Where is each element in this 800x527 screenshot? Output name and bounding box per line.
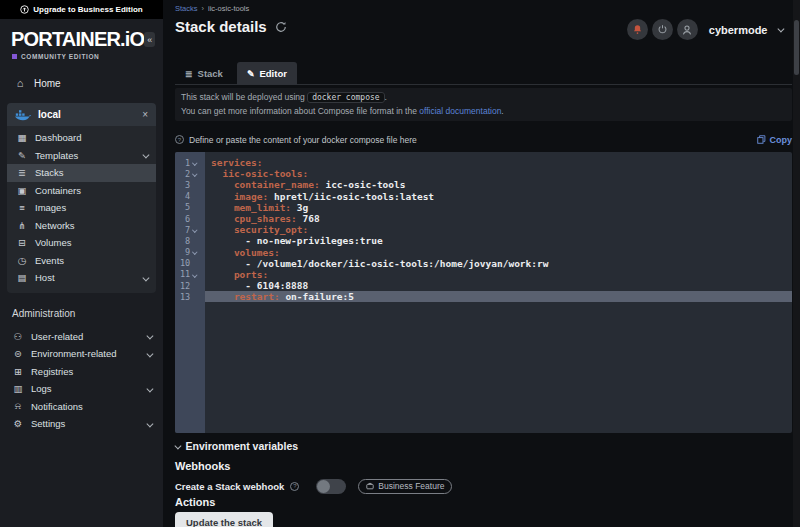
environment-variables-toggle[interactable]: Environment variables xyxy=(175,440,298,452)
sidebar-item-dashboard[interactable]: ▦Dashboard xyxy=(7,129,156,147)
sidebar-collapse-button[interactable]: « xyxy=(144,32,155,47)
sidebar-item-stacks[interactable]: ≣Stacks xyxy=(7,164,156,182)
tab-label: Stack xyxy=(198,68,223,79)
sidebar-item-networks[interactable]: ⋔Networks xyxy=(7,217,156,235)
notifications-icon: ⍾ xyxy=(12,400,24,412)
code-line-7[interactable]: 7 security_opt: xyxy=(175,224,792,235)
code-line-11[interactable]: 11 ports: xyxy=(175,269,792,280)
upgrade-banner[interactable]: Upgrade to Business Edition xyxy=(0,0,163,19)
code-line-3[interactable]: 3 container_name: icc-osic-tools xyxy=(175,179,792,190)
help-circle-icon: ? xyxy=(175,135,184,144)
administration-menu: ⚇User-related⊜Environment-related⊞Regist… xyxy=(0,328,163,433)
sidebar-item-templates[interactable]: ✎Templates xyxy=(7,147,156,165)
breadcrumb-stacks-link[interactable]: Stacks xyxy=(175,4,198,13)
webhooks-heading: Webhooks xyxy=(175,460,230,472)
sidebar-item-images[interactable]: ≡Images xyxy=(7,199,156,217)
notification-bell-button[interactable] xyxy=(627,19,648,40)
tab-stack[interactable]: ≣ Stack xyxy=(175,62,233,85)
sidebar-item-label: Environment-related xyxy=(31,348,117,359)
sidebar-item-notifications[interactable]: ⍾Notifications xyxy=(0,398,163,416)
bell-icon xyxy=(632,24,643,35)
sidebar-item-label: Home xyxy=(34,78,61,89)
fold-chevron-icon[interactable] xyxy=(192,227,197,232)
upgrade-banner-label: Upgrade to Business Edition xyxy=(33,5,142,14)
line-number: 2 xyxy=(175,169,205,179)
upload-circle-icon xyxy=(20,5,29,14)
sidebar-item-home[interactable]: ⌂ Home xyxy=(0,74,163,92)
chevron-down-icon xyxy=(146,332,152,338)
images-icon: ≡ xyxy=(16,202,28,213)
sidebar-item-label: User-related xyxy=(31,331,83,342)
sidebar-item-user-related[interactable]: ⚇User-related xyxy=(0,328,163,346)
fold-chevron-icon[interactable] xyxy=(193,272,198,277)
official-documentation-link[interactable]: official documentation xyxy=(419,106,501,116)
close-icon[interactable]: × xyxy=(142,109,148,120)
sidebar-item-logs[interactable]: ▥Logs xyxy=(0,380,163,398)
sidebar-item-settings[interactable]: ⚙Settings xyxy=(0,415,163,433)
code-line-6[interactable]: 6 cpu_shares: 768 xyxy=(175,213,792,224)
tab-editor[interactable]: ✎ Editor xyxy=(237,62,297,85)
code-line-10[interactable]: 10 - /volume1/docker/iic-osic-tools:/hom… xyxy=(175,258,792,269)
stacks-icon: ≣ xyxy=(16,167,28,178)
tab-label: Editor xyxy=(259,68,286,79)
environment-header-local[interactable]: local × xyxy=(7,103,156,126)
code-line-13[interactable]: 13 restart: on-failure:5 xyxy=(175,291,792,302)
code-line-5[interactable]: 5 mem_limit: 3g xyxy=(175,202,792,213)
user-avatar-button[interactable] xyxy=(677,19,698,40)
sidebar-item-label: Templates xyxy=(35,150,78,161)
scrollbar-thumb[interactable] xyxy=(794,20,799,75)
chevron-down-icon xyxy=(146,385,152,391)
sidebar-item-host[interactable]: ▤Host xyxy=(7,269,156,287)
toggle-knob xyxy=(317,480,330,493)
users-icon: ⚇ xyxy=(12,331,24,342)
templates-icon: ✎ xyxy=(16,150,28,161)
code-line-4[interactable]: 4 image: hpretl/iic-osic-tools:latest xyxy=(175,191,792,202)
sidebar-item-label: Dashboard xyxy=(35,132,81,143)
code-line-text: services: xyxy=(205,157,792,168)
chevron-down-icon xyxy=(146,350,152,356)
code-line-text: image: hpretl/iic-osic-tools:latest xyxy=(205,191,792,202)
refresh-icon[interactable] xyxy=(275,21,287,33)
power-icon xyxy=(657,24,668,35)
sidebar: Upgrade to Business Edition PORTAINER.iO… xyxy=(0,0,163,527)
fold-chevron-icon[interactable] xyxy=(192,250,197,255)
line-number: 11 xyxy=(175,269,205,279)
breadcrumb-current: iic-osic-tools xyxy=(208,4,249,13)
sidebar-item-containers[interactable]: ▣Containers xyxy=(7,182,156,200)
code-line-text: iic-osic-tools: xyxy=(205,168,792,179)
fold-chevron-icon[interactable] xyxy=(192,160,197,165)
copy-button[interactable]: Copy xyxy=(757,135,793,145)
tab-bar: ≣ Stack ✎ Editor xyxy=(175,62,792,85)
docker-compose-chip: docker compose xyxy=(307,92,384,103)
username-menu[interactable]: cybermode xyxy=(709,24,768,36)
webhook-toggle-label: Create a Stack webhook xyxy=(175,481,284,492)
sidebar-item-label: Stacks xyxy=(35,167,64,178)
sidebar-item-registries[interactable]: ⊞Registries xyxy=(0,363,163,381)
networks-icon: ⋔ xyxy=(16,220,28,231)
sidebar-item-label: Settings xyxy=(31,418,65,429)
code-line-8[interactable]: 8 - no-new-privileges:true xyxy=(175,235,792,246)
code-line-12[interactable]: 12 - 6104:8888 xyxy=(175,280,792,291)
line-number: 8 xyxy=(175,236,205,246)
administration-heading: Administration xyxy=(12,308,163,319)
home-icon: ⌂ xyxy=(14,77,26,89)
page-title: Stack details xyxy=(175,18,267,35)
compose-code-editor[interactable]: 1services:2 iic-osic-tools:3 container_n… xyxy=(175,152,792,433)
theme-power-button[interactable] xyxy=(652,19,673,40)
sidebar-item-environment-related[interactable]: ⊜Environment-related xyxy=(0,345,163,363)
code-line-1[interactable]: 1services: xyxy=(175,157,792,168)
sidebar-item-events[interactable]: ◷Events xyxy=(7,252,156,270)
line-number: 3 xyxy=(175,180,205,190)
code-line-9[interactable]: 9 volumes: xyxy=(175,247,792,258)
environment-menu: ▦Dashboard✎Templates≣Stacks▣Containers≡I… xyxy=(7,126,156,293)
deploy-info: This stack will be deployed using docker… xyxy=(175,88,792,121)
sidebar-item-volumes[interactable]: ⊟Volumes xyxy=(7,234,156,252)
user-icon xyxy=(681,24,693,36)
edition-label: COMMUNITY EDITION xyxy=(21,53,99,60)
portainer-app: Upgrade to Business Edition PORTAINER.iO… xyxy=(0,0,800,527)
code-line-2[interactable]: 2 iic-osic-tools: xyxy=(175,168,792,179)
help-circle-icon: ? xyxy=(290,482,299,491)
update-stack-button[interactable]: Update the stack xyxy=(175,512,273,527)
webhook-toggle-switch[interactable] xyxy=(316,479,346,494)
fold-chevron-icon[interactable] xyxy=(192,171,197,176)
